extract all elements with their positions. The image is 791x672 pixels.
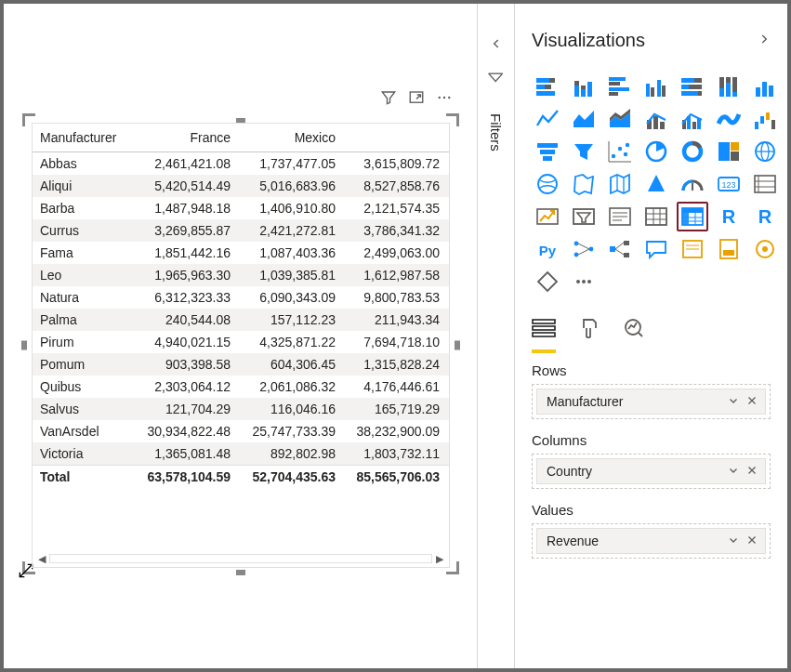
table-row[interactable]: Leo1,965,963.301,039,385.811,612,987.58 bbox=[33, 264, 449, 286]
fields-tab[interactable] bbox=[532, 311, 556, 353]
cell-value[interactable]: 4,325,871.22 bbox=[240, 331, 345, 353]
scatter-chart-icon[interactable] bbox=[604, 137, 636, 166]
table-row[interactable]: Salvus121,704.29116,046.16165,719.29 bbox=[33, 398, 449, 420]
row-label[interactable]: Fama bbox=[33, 242, 135, 264]
cell-value[interactable]: 3,269,855.87 bbox=[135, 219, 240, 242]
table-row[interactable]: Abbas2,461,421.081,737,477.053,615,809.7… bbox=[33, 152, 449, 175]
key-influencers-icon[interactable] bbox=[568, 234, 600, 264]
remove-field-icon[interactable] bbox=[746, 534, 758, 548]
analytics-tab[interactable] bbox=[623, 311, 645, 353]
cell-value[interactable]: 3,786,341.32 bbox=[345, 219, 449, 242]
cell-value[interactable]: 2,303,064.12 bbox=[135, 376, 240, 398]
cell-value[interactable]: 38,232,900.09 bbox=[345, 420, 449, 442]
row-label[interactable]: Aliqui bbox=[33, 175, 135, 197]
values-well-dropzone[interactable]: Revenue bbox=[532, 523, 771, 559]
cell-value[interactable]: 1,039,385.81 bbox=[240, 264, 345, 286]
focus-mode-icon[interactable] bbox=[408, 89, 425, 109]
filled-map-icon[interactable] bbox=[568, 169, 600, 199]
remove-field-icon[interactable] bbox=[746, 394, 758, 409]
table-row[interactable]: Pirum4,940,021.154,325,871.227,694,718.1… bbox=[33, 331, 449, 353]
stacked-bar-100-icon[interactable] bbox=[677, 72, 708, 101]
cell-value[interactable]: 25,747,733.39 bbox=[240, 420, 345, 442]
table-row[interactable]: VanArsdel30,934,822.4825,747,733.3938,23… bbox=[33, 420, 449, 442]
cell-value[interactable]: 1,087,403.36 bbox=[240, 242, 345, 264]
scroll-left-arrow[interactable]: ◀ bbox=[38, 553, 46, 565]
python-visual-icon[interactable]: Py bbox=[532, 234, 563, 264]
r-visual-icon[interactable]: R bbox=[713, 202, 745, 231]
treemap-icon[interactable] bbox=[713, 137, 745, 166]
text-box-icon[interactable] bbox=[604, 202, 636, 231]
stacked-column-chart-icon[interactable] bbox=[568, 72, 600, 101]
funnel-2-icon[interactable] bbox=[568, 137, 600, 166]
pie-chart-icon[interactable] bbox=[640, 137, 672, 166]
table-row[interactable]: Quibus2,303,064.122,061,086.324,176,446.… bbox=[33, 376, 449, 398]
cell-value[interactable]: 1,406,910.80 bbox=[240, 197, 345, 219]
map-icon[interactable] bbox=[749, 137, 781, 166]
r-visual-2-icon[interactable]: R bbox=[749, 202, 781, 231]
row-label[interactable]: Palma bbox=[33, 309, 135, 331]
paginated-report-icon[interactable] bbox=[713, 234, 745, 264]
cell-value[interactable]: 4,940,021.15 bbox=[135, 331, 240, 353]
row-label[interactable]: Abbas bbox=[33, 152, 135, 175]
arcgis-map-icon[interactable] bbox=[749, 234, 781, 264]
area-chart-icon[interactable] bbox=[568, 104, 600, 134]
collapse-chevron-icon[interactable] bbox=[490, 37, 503, 53]
line-stacked-column-icon[interactable] bbox=[640, 104, 672, 134]
gauge-icon[interactable] bbox=[677, 169, 708, 199]
row-label[interactable]: Quibus bbox=[33, 376, 135, 398]
cell-value[interactable]: 3,615,809.72 bbox=[345, 152, 449, 175]
report-canvas[interactable]: Manufacturer France Mexico Abbas2,461,42… bbox=[4, 4, 478, 668]
line-clustered-column-icon[interactable] bbox=[677, 104, 708, 134]
remove-field-icon[interactable] bbox=[746, 464, 758, 479]
cell-value[interactable]: 1,487,948.18 bbox=[135, 197, 240, 219]
table-icon[interactable] bbox=[640, 202, 672, 231]
smart-narrative-icon[interactable] bbox=[677, 234, 708, 264]
cell-value[interactable]: 7,694,718.10 bbox=[345, 331, 449, 353]
column-header[interactable] bbox=[345, 124, 449, 152]
cell-value[interactable]: 1,851,442.16 bbox=[135, 242, 240, 264]
matrix-table[interactable]: Manufacturer France Mexico Abbas2,461,42… bbox=[33, 124, 449, 488]
cell-value[interactable]: 1,737,477.05 bbox=[240, 152, 345, 175]
cell-value[interactable]: 2,121,574.35 bbox=[345, 197, 449, 219]
table-row[interactable]: Pomum903,398.58604,306.451,315,828.24 bbox=[33, 353, 449, 376]
clustered-bar-chart-icon[interactable] bbox=[604, 72, 636, 101]
cell-value[interactable]: 2,061,086.32 bbox=[240, 376, 345, 398]
table-row[interactable]: Aliqui5,420,514.495,016,683.968,527,858.… bbox=[33, 175, 449, 197]
row-label[interactable]: Pomum bbox=[33, 353, 135, 376]
cell-value[interactable]: 211,943.34 bbox=[345, 309, 449, 331]
cell-value[interactable]: 2,461,421.08 bbox=[135, 152, 240, 175]
field-chip-country[interactable]: Country bbox=[536, 458, 766, 484]
cell-value[interactable]: 1,365,081.48 bbox=[135, 442, 240, 466]
row-label[interactable]: Pirum bbox=[33, 331, 135, 353]
cell-value[interactable]: 903,398.58 bbox=[135, 353, 240, 376]
row-label[interactable]: Leo bbox=[33, 264, 135, 286]
more-options-icon[interactable] bbox=[436, 89, 453, 109]
cell-value[interactable]: 1,612,987.58 bbox=[345, 264, 449, 286]
scroll-track[interactable] bbox=[49, 554, 432, 563]
globe-map-icon[interactable] bbox=[532, 169, 563, 199]
cell-value[interactable]: 116,046.16 bbox=[240, 398, 345, 420]
table-row[interactable]: Barba1,487,948.181,406,910.802,121,574.3… bbox=[33, 197, 449, 219]
power-apps-icon[interactable] bbox=[532, 267, 563, 296]
matrix-icon[interactable] bbox=[677, 202, 708, 231]
ribbon-chart-icon[interactable] bbox=[713, 104, 745, 134]
field-chip-revenue[interactable]: Revenue bbox=[536, 528, 766, 554]
stacked-bar-chart-icon[interactable] bbox=[532, 72, 563, 101]
cell-value[interactable]: 6,090,343.09 bbox=[240, 286, 345, 309]
line-chart-icon[interactable] bbox=[532, 104, 563, 134]
cell-value[interactable]: 6,312,323.33 bbox=[135, 286, 240, 309]
cell-value[interactable]: 30,934,822.48 bbox=[135, 420, 240, 442]
slicer-icon[interactable] bbox=[568, 202, 600, 231]
cell-value[interactable]: 165,719.29 bbox=[345, 398, 449, 420]
cell-value[interactable]: 4,176,446.61 bbox=[345, 376, 449, 398]
cell-value[interactable]: 5,016,683.96 bbox=[240, 175, 345, 197]
row-label[interactable]: Currus bbox=[33, 219, 135, 242]
cell-value[interactable]: 240,544.08 bbox=[135, 309, 240, 331]
chevron-down-icon[interactable] bbox=[728, 534, 739, 548]
row-label[interactable]: Victoria bbox=[33, 442, 135, 466]
row-label[interactable]: Barba bbox=[33, 197, 135, 219]
matrix-visual[interactable]: Manufacturer France Mexico Abbas2,461,42… bbox=[24, 115, 457, 575]
stacked-column-100-icon[interactable] bbox=[713, 72, 745, 101]
column-chart-icon[interactable] bbox=[749, 72, 781, 101]
table-row[interactable]: Victoria1,365,081.48892,802.981,803,732.… bbox=[33, 442, 449, 466]
